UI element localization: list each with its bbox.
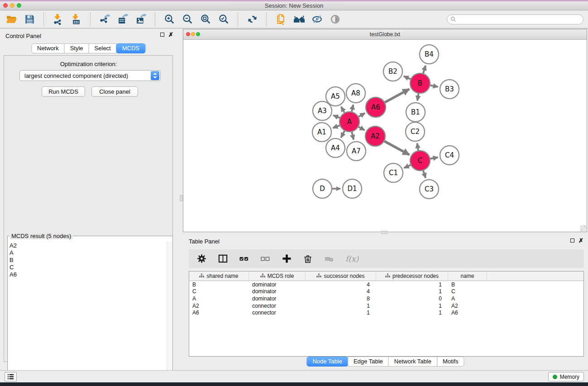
open-file-icon[interactable] (5, 13, 18, 25)
edge-C-C4[interactable] (430, 157, 438, 159)
import-network-icon[interactable] (52, 13, 64, 25)
result-item[interactable]: B (10, 257, 17, 264)
edge-A-A5[interactable] (341, 107, 344, 113)
node-C[interactable]: C (410, 151, 430, 171)
split-columns-icon[interactable] (218, 254, 228, 264)
table-tab-node-table[interactable]: Node Table (306, 357, 348, 367)
table-cell[interactable]: 1 (306, 310, 376, 316)
table-row[interactable]: Cdominator41C (189, 288, 583, 295)
network-from-clipboard-icon[interactable] (275, 13, 287, 25)
column-settings-gear-icon[interactable] (196, 254, 206, 264)
hide-eye-icon[interactable] (311, 13, 323, 25)
node-B2[interactable]: B2 (383, 62, 402, 81)
table-cell[interactable]: dominator (249, 295, 306, 302)
node-C1[interactable]: C1 (384, 163, 403, 182)
task-history-button[interactable] (5, 372, 17, 381)
node-A[interactable]: A (339, 112, 359, 132)
optimization-dropdown[interactable]: largest connected component (directed) (19, 70, 161, 81)
node-C4[interactable]: C4 (440, 146, 459, 165)
table-cell[interactable]: connector (249, 303, 306, 309)
edge-A2-C[interactable] (384, 141, 409, 155)
node-A2[interactable]: A2 (365, 126, 385, 146)
table-row[interactable]: Adominator80A (189, 295, 583, 302)
close-panel-icon[interactable]: ✗ (168, 32, 173, 37)
tab-network[interactable]: Network (31, 43, 65, 53)
table-tab-network-table[interactable]: Network Table (388, 357, 437, 367)
table-cell[interactable]: B (448, 281, 487, 288)
column-header-name[interactable]: name (448, 272, 487, 281)
node-A3[interactable]: A3 (313, 101, 332, 120)
network-window-titlebar[interactable]: testGlobe.txt (183, 29, 587, 40)
table-cell[interactable]: 1 (376, 310, 448, 316)
node-B1[interactable]: B1 (406, 103, 425, 122)
node-B[interactable]: B (410, 73, 430, 93)
edge-C-C2[interactable] (417, 143, 418, 151)
edge-B-B1[interactable] (417, 94, 418, 101)
close-table-panel-icon[interactable]: ✗ (578, 238, 583, 243)
result-item[interactable]: A (10, 249, 17, 257)
table-tab-edge-table[interactable]: Edge Table (348, 357, 389, 367)
deselect-all-checkboxes-icon[interactable] (260, 254, 270, 264)
edge-A-A6[interactable] (359, 113, 365, 117)
window-resize-grip[interactable] (580, 225, 586, 231)
table-cell[interactable]: A6 (189, 310, 249, 316)
column-header-mcds-role[interactable]: MCDS role (249, 272, 306, 281)
table-cell[interactable]: A (448, 295, 487, 302)
table-cell[interactable]: A2 (448, 303, 487, 309)
table-cell[interactable]: dominator (249, 288, 306, 295)
splitter-collapse-handle-horizontal[interactable] (381, 231, 387, 234)
node-A4[interactable]: A4 (326, 138, 345, 157)
edge-A-A8[interactable] (352, 105, 353, 111)
node-C2[interactable]: C2 (406, 122, 425, 141)
tab-select[interactable]: Select (89, 43, 117, 53)
export-table-icon[interactable] (117, 13, 129, 25)
table-cell[interactable]: A (189, 295, 249, 302)
show-eye-icon[interactable] (329, 13, 341, 25)
tab-mcds[interactable]: MCDS (116, 43, 145, 53)
zoom-in-icon[interactable] (163, 13, 176, 25)
node-A1[interactable]: A1 (312, 123, 331, 142)
column-header-predecessor-nodes[interactable]: predecessor nodes (376, 272, 448, 281)
zoom-out-icon[interactable] (182, 13, 194, 25)
node-B4[interactable]: B4 (420, 45, 439, 64)
table-cell[interactable]: C (448, 288, 487, 295)
edge-A-A4[interactable] (341, 131, 344, 138)
zoom-selected-icon[interactable] (218, 13, 230, 25)
export-network-icon[interactable] (99, 13, 111, 25)
delete-column-trash-icon[interactable] (303, 254, 313, 264)
export-image-icon[interactable] (135, 13, 147, 25)
float-panel-icon[interactable] (160, 33, 164, 37)
table-row[interactable]: Bdominator41B (189, 281, 583, 288)
table-cell[interactable]: A2 (189, 303, 249, 309)
table-cell[interactable]: 4 (306, 288, 376, 295)
table-cell[interactable]: A6 (448, 310, 487, 316)
table-tab-motifs[interactable]: Motifs (437, 357, 464, 367)
table-cell[interactable]: 0 (376, 295, 448, 302)
node-D[interactable]: D (313, 179, 332, 198)
run-mcds-button[interactable]: Run MCDS (42, 86, 85, 97)
table-cell[interactable]: 1 (306, 303, 376, 309)
result-item[interactable]: A2 (10, 242, 17, 249)
table-row[interactable]: A6connector11A6 (189, 309, 583, 316)
edge-A-A3[interactable] (333, 115, 340, 118)
table-cell[interactable]: C (189, 288, 249, 295)
dropdown-stepper-icon[interactable] (151, 71, 159, 80)
result-item[interactable]: C (10, 264, 17, 271)
table-row[interactable]: A2connector11A2 (189, 302, 583, 310)
node-B3[interactable]: B3 (440, 80, 459, 99)
edge-C-C3[interactable] (423, 171, 425, 178)
node-A7[interactable]: A7 (347, 142, 366, 161)
zoom-fit-icon[interactable] (200, 13, 212, 25)
node-A6[interactable]: A6 (366, 97, 386, 117)
table-cell[interactable]: B (189, 281, 249, 288)
column-header-shared-name[interactable]: shared name (189, 272, 249, 281)
tab-style[interactable]: Style (64, 43, 89, 53)
splitter-collapse-handle-vertical[interactable] (180, 195, 183, 201)
table-cell[interactable]: connector (249, 310, 306, 316)
edge-A-A7[interactable] (352, 132, 354, 139)
select-all-checkboxes-icon[interactable] (239, 254, 249, 264)
result-scrollbar[interactable] (167, 241, 172, 386)
edge-A6-B[interactable] (385, 89, 409, 102)
float-table-panel-icon[interactable] (570, 238, 574, 243)
edge-A-A1[interactable] (333, 125, 339, 128)
